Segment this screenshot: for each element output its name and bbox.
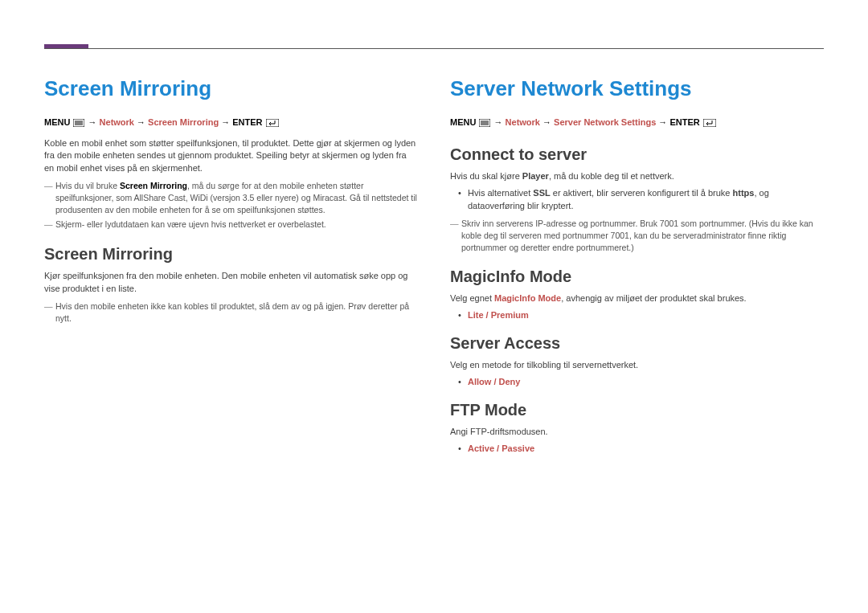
screen-mirroring-sub-body: Kjør speilfunksjonen fra den mobile enhe… (44, 270, 418, 296)
svg-rect-4 (266, 119, 279, 127)
server-network-path: MENU → Network → Server Network Settings… (450, 116, 824, 131)
screen-mirroring-subheading: Screen Mirroring (44, 245, 418, 264)
path-network: Network (100, 117, 134, 127)
path-network: Network (506, 117, 540, 127)
path-screen-mirroring: Screen Mirroring (148, 117, 219, 127)
enter-icon (266, 117, 279, 131)
b-https: https (733, 188, 755, 198)
right-column: Server Network Settings MENU → Network →… (450, 76, 824, 460)
arrow: → (137, 117, 148, 127)
enter-label: ENTER (669, 117, 699, 127)
mi-post: , avhengig av miljøet der produktet skal… (561, 293, 747, 303)
menu-icon (479, 117, 490, 131)
ssl-bullet: Hvis alternativet SSL er aktivert, blir … (450, 187, 824, 213)
magicinfo-option: Lite / Premium (450, 310, 824, 320)
header-divider (44, 48, 824, 49)
arrow: → (658, 117, 669, 127)
b-pre: Hvis alternativet (468, 188, 533, 198)
server-access-option: Allow / Deny (450, 377, 824, 386)
svg-rect-9 (703, 119, 716, 127)
connect-bold: Player (522, 171, 549, 181)
page-content: Screen Mirroring MENU → Network → Screen… (44, 76, 824, 460)
screen-mirroring-path: MENU → Network → Screen Mirroring → ENTE… (44, 116, 418, 131)
left-column: Screen Mirroring MENU → Network → Screen… (44, 76, 418, 460)
screen-mirroring-intro: Koble en mobil enhet som støtter speilfu… (44, 137, 418, 176)
note-text-pre: Hvis du vil bruke (55, 181, 120, 190)
server-access-heading: Server Access (450, 334, 824, 353)
ftp-mode-body: Angi FTP-driftsmodusen. (450, 426, 824, 439)
mi-bold: MagicInfo Mode (494, 293, 561, 303)
screen-mirroring-title: Screen Mirroring (44, 76, 418, 101)
connect-body: Hvis du skal kjøre Player, må du koble d… (450, 170, 824, 183)
connect-post: , må du koble deg til et nettverk. (549, 171, 674, 181)
b-mid: er aktivert, blir serveren konfigurert t… (551, 188, 733, 198)
screen-mirroring-sub-note: Hvis den mobile enheten ikke kan kobles … (55, 300, 418, 324)
connect-to-server-heading: Connect to server (450, 145, 824, 164)
magicinfo-body: Velg egnet MagicInfo Mode, avhengig av m… (450, 292, 824, 305)
menu-label: MENU (44, 117, 70, 127)
server-network-title: Server Network Settings (450, 76, 824, 101)
arrow: → (542, 117, 554, 127)
enter-label: ENTER (232, 117, 262, 127)
screen-mirroring-note-2: Skjerm- eller lydutdataen kan være ujevn… (55, 219, 418, 231)
arrow: → (88, 117, 100, 127)
path-server-network-settings: Server Network Settings (554, 117, 656, 127)
b-ssl: SSL (533, 188, 550, 198)
connect-pre: Hvis du skal kjøre (450, 171, 522, 181)
menu-label: MENU (450, 117, 476, 127)
arrow: → (494, 117, 506, 127)
arrow: → (221, 117, 232, 127)
mi-pre: Velg egnet (450, 293, 494, 303)
ftp-mode-heading: FTP Mode (450, 401, 824, 419)
connect-bullets: Hvis alternativet SSL er aktivert, blir … (450, 187, 824, 213)
magicinfo-heading: MagicInfo Mode (450, 268, 824, 286)
screen-mirroring-note-1: Hvis du vil bruke Screen Mirroring, må d… (55, 180, 418, 215)
server-access-body: Velg en metode for tilkobling til server… (450, 359, 824, 372)
enter-icon (703, 117, 716, 131)
note-bold: Screen Mirroring (120, 181, 187, 190)
connect-note: Skriv inn serverens IP-adresse og portnu… (461, 218, 824, 253)
ftp-mode-option: Active / Passive (450, 443, 824, 453)
menu-icon (73, 117, 84, 131)
